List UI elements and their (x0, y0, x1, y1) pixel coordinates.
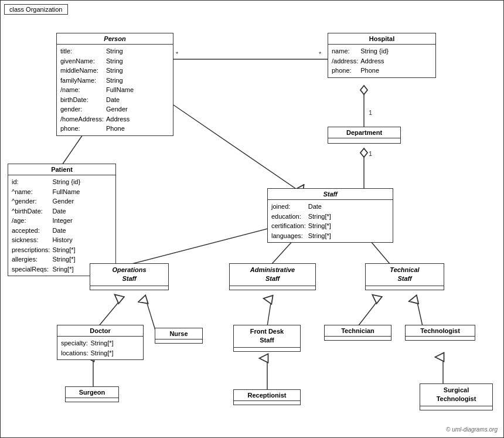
person-body: title:String givenName:String middleName… (57, 45, 173, 135)
administrative-staff-class: AdministrativeStaff (229, 263, 316, 290)
svg-line-22 (358, 300, 379, 326)
receptionist-header: Receptionist (234, 390, 300, 401)
department-class: Department (328, 127, 401, 144)
svg-text:1: 1 (369, 109, 372, 116)
department-header: Department (328, 127, 400, 138)
technical-staff-body (366, 286, 444, 290)
technician-header: Technician (325, 325, 391, 337)
operations-staff-header: OperationsStaff (90, 264, 168, 286)
svg-text:*: * (319, 50, 322, 57)
technical-staff-header: TechnicalStaff (366, 264, 444, 286)
technologist-class: Technologist (405, 325, 475, 341)
hospital-class: Hospital name:String {id} /address:Addre… (328, 33, 436, 78)
svg-line-21 (267, 300, 271, 326)
front-desk-staff-body (234, 348, 300, 351)
hospital-body: name:String {id} /address:Address phone:… (328, 45, 435, 77)
front-desk-staff-class: Front DeskStaff (233, 325, 301, 352)
nurse-class: Nurse (155, 328, 203, 344)
surgical-technologist-class: SurgicalTechnologist (420, 383, 493, 410)
technologist-header: Technologist (406, 325, 475, 337)
svg-text:*: * (176, 50, 179, 57)
technician-body (325, 337, 391, 340)
doctor-body: specialty:String[*] locations:String[*] (57, 337, 143, 359)
svg-line-23 (417, 300, 423, 326)
person-class: Person title:String givenName:String mid… (56, 33, 173, 136)
uml-diagram: class Organization 1 * * * 1 (0, 0, 504, 438)
patient-header: Patient (8, 164, 115, 175)
diagram-title: class Organization (4, 4, 68, 15)
department-body (328, 138, 400, 143)
doctor-header: Doctor (57, 325, 143, 337)
operations-staff-class: OperationsStaff (90, 263, 169, 290)
staff-class: Staff joined:Date education:String[*] ce… (267, 188, 393, 243)
person-header: Person (57, 33, 173, 45)
svg-text:1: 1 (369, 150, 372, 157)
surgeon-body (66, 398, 118, 402)
patient-body: id:String {id} ^name:FullName ^gender:Ge… (8, 175, 115, 276)
surgical-technologist-header: SurgicalTechnologist (420, 384, 492, 406)
svg-line-3 (173, 105, 299, 191)
hospital-header: Hospital (328, 33, 435, 45)
front-desk-staff-header: Front DeskStaff (234, 325, 300, 348)
administrative-staff-body (230, 286, 315, 290)
technician-class: Technician (324, 325, 391, 341)
technical-staff-class: TechnicalStaff (365, 263, 444, 290)
administrative-staff-header: AdministrativeStaff (230, 264, 315, 286)
surgical-technologist-body (420, 406, 492, 410)
receptionist-body (234, 401, 300, 405)
nurse-body (155, 339, 202, 343)
nurse-header: Nurse (155, 328, 202, 339)
staff-body: joined:Date education:String[*] certific… (268, 200, 393, 242)
surgeon-class: Surgeon (65, 386, 119, 402)
staff-header: Staff (268, 189, 393, 200)
receptionist-class: Receptionist (233, 389, 301, 405)
patient-class: Patient id:String {id} ^name:FullName ^g… (8, 164, 116, 276)
watermark: © uml-diagrams.org (446, 426, 498, 433)
technologist-body (406, 337, 475, 340)
surgeon-header: Surgeon (66, 387, 118, 398)
doctor-class: Doctor specialty:String[*] locations:Str… (57, 325, 144, 360)
operations-staff-body (90, 286, 168, 290)
